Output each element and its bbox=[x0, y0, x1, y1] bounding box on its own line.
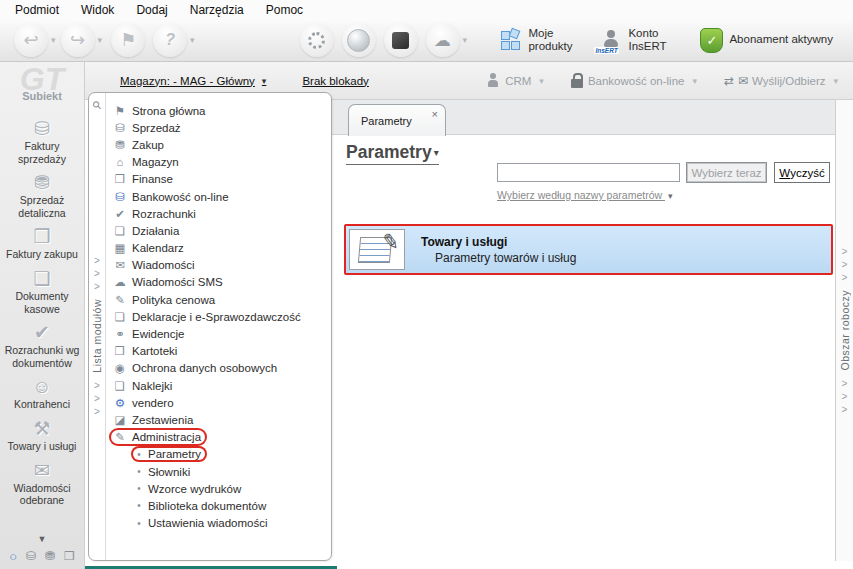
parameter-group-subtitle: Parametry towarów i usług bbox=[435, 251, 576, 265]
back-dropdown-caret-icon[interactable]: ▾ bbox=[51, 35, 56, 45]
help-button[interactable]: ? bbox=[153, 23, 187, 57]
module-item-icon: ✔ bbox=[113, 207, 127, 221]
parameter-group-item[interactable]: ✎ Towary i usługi Parametry towarów i us… bbox=[344, 224, 833, 275]
module-item-icon: ✎ bbox=[113, 430, 127, 444]
module-item[interactable]: ❏ Deklaracje i e-Sprawozdawczość bbox=[106, 308, 331, 325]
module-item[interactable]: ⛁ Sprzedaż bbox=[106, 119, 331, 136]
subscription-status-button[interactable]: Abonament aktywny bbox=[729, 33, 833, 46]
cloud-services-button[interactable]: ☁ bbox=[426, 23, 460, 57]
menu-item[interactable]: Widok bbox=[70, 1, 125, 19]
cloud-icon: ☁ bbox=[434, 30, 451, 51]
module-item-icon: ❒ bbox=[113, 344, 127, 358]
workspace-collapse-strip[interactable]: > > > Obszar roboczy > > > bbox=[835, 100, 853, 561]
module-item[interactable]: ▦ Kalendarz bbox=[106, 240, 331, 257]
module-item[interactable]: ⚑ Strona główna bbox=[106, 102, 331, 119]
chevron-icon: > bbox=[94, 392, 100, 405]
sidebar-shortcut-icon: ✉ bbox=[2, 460, 83, 482]
lock-status-link[interactable]: Brak blokady bbox=[302, 75, 368, 87]
module-item[interactable]: ✔ Rozrachunki bbox=[106, 205, 331, 222]
chevron-icon: > bbox=[94, 254, 100, 267]
sidebar-shortcut[interactable]: ✉ Wiadomości odebrane bbox=[0, 456, 85, 510]
main-toolbar: ↩ ▾ ↪ ▾ ⚑ ? ▾ ☁ ▾ Moje produkty InsERT K… bbox=[0, 19, 853, 62]
module-item[interactable]: • Słowniki bbox=[106, 463, 331, 480]
module-item[interactable]: ⛁ Bankowość on-line bbox=[106, 188, 331, 205]
warehouse-selector-link[interactable]: Magazyn: - MAG - Główny ▾ bbox=[120, 75, 267, 87]
module-item[interactable]: ⛃ Zakup bbox=[106, 136, 331, 153]
flag-button[interactable]: ⚑ bbox=[111, 23, 145, 57]
module-item[interactable]: ◪ Zestawienia bbox=[106, 411, 331, 428]
module-list: ⚑ Strona główna ⛁ Sprzedaż ⛃ Zakup bbox=[106, 93, 331, 560]
page-title[interactable]: Parametry▾ bbox=[346, 142, 439, 165]
sidebar-shortcut-icon: ❏ bbox=[2, 268, 83, 290]
parameter-search-input[interactable] bbox=[497, 163, 680, 182]
module-item[interactable]: ☁ Wiadomości SMS bbox=[106, 274, 331, 291]
sidebar-shortcut[interactable]: ☺ Kontrahenci bbox=[0, 372, 85, 414]
module-item[interactable]: • Ustawienia wiadomości bbox=[106, 515, 331, 532]
cloud-dropdown-caret-icon[interactable]: ▾ bbox=[463, 35, 468, 45]
module-item[interactable]: ✎ Administracja bbox=[106, 429, 331, 446]
module-item-icon: ⚭ bbox=[113, 327, 127, 341]
sidebar-footer-icons: ○ ⛁ ⛃ ❒ bbox=[9, 546, 75, 566]
module-item[interactable]: • Wzorce wydruków bbox=[106, 480, 331, 497]
menu-item[interactable]: Dodaj bbox=[125, 1, 178, 19]
my-products-button[interactable]: Moje produkty bbox=[528, 27, 582, 53]
sidebar-shortcut[interactable]: ✔ Rozrachunki wg dokumentów bbox=[0, 318, 85, 372]
module-item[interactable]: • Parametry bbox=[106, 446, 331, 463]
menu-item[interactable]: Pomoc bbox=[255, 1, 314, 19]
sidebar-shortcut[interactable]: ⛁ Faktury sprzedaży bbox=[0, 114, 85, 168]
sync-button[interactable] bbox=[300, 23, 334, 57]
module-item[interactable]: ✎ Polityka cenowa bbox=[106, 291, 331, 308]
forward-dropdown-caret-icon[interactable]: ▾ bbox=[98, 35, 103, 45]
module-item-icon: ⛁ bbox=[113, 121, 127, 135]
module-panel-collapse-strip[interactable]: ⚲ > > > Lista modułów > > > bbox=[89, 93, 106, 560]
module-item[interactable]: ✉ Wiadomości bbox=[106, 257, 331, 274]
module-item[interactable]: ⚭ Ewidencje bbox=[106, 325, 331, 342]
module-item[interactable]: ❏ Działania bbox=[106, 222, 331, 239]
flag-icon: ⚑ bbox=[120, 29, 136, 51]
module-item[interactable]: ❐ Finanse bbox=[106, 171, 331, 188]
module-item-icon: ✉ bbox=[113, 258, 127, 272]
module-item[interactable]: ❒ Kartoteki bbox=[106, 343, 331, 360]
app-name: Subiekt bbox=[20, 90, 64, 102]
menu-item[interactable]: Narzędzia bbox=[179, 1, 255, 19]
clear-button[interactable]: Wyczyść bbox=[774, 162, 830, 183]
module-item-icon: • bbox=[135, 500, 143, 511]
sidebar-view-switch-icon[interactable]: ❒ bbox=[64, 549, 75, 563]
sidebar-shortcut[interactable]: ❏ Dokumenty kasowe bbox=[0, 264, 85, 318]
module-item-icon: ⚑ bbox=[113, 104, 127, 118]
tab-close-icon[interactable]: × bbox=[432, 108, 438, 120]
workspace-strip-label: Obszar roboczy bbox=[839, 290, 851, 371]
module-item[interactable]: ⌂ Magazyn bbox=[106, 154, 331, 171]
globe-icon bbox=[347, 29, 370, 52]
module-panel-strip-label: Lista modułów bbox=[91, 299, 103, 373]
module-item[interactable]: ❑ Naklejki bbox=[106, 377, 331, 394]
sidebar-view-switch-icon[interactable]: ⛃ bbox=[45, 549, 55, 563]
sidebar-more-caret-icon[interactable]: ▼ bbox=[38, 534, 47, 544]
sidebar-shortcut[interactable]: ❒ Faktury zakupu bbox=[0, 222, 85, 264]
nav-back-button[interactable]: ↩ bbox=[14, 23, 48, 57]
sidebar-shortcut[interactable]: ⛃ Sprzedaż detaliczna bbox=[0, 168, 85, 222]
module-item[interactable]: ◉ Ochrona danych osobowych bbox=[106, 360, 331, 377]
insert-account-button[interactable]: Konto InsERT bbox=[628, 27, 682, 53]
sidebar-view-switch-icon[interactable]: ○ bbox=[9, 549, 17, 564]
sidebar-view-switch-icon[interactable]: ⛁ bbox=[26, 549, 36, 563]
help-dropdown-caret-icon[interactable]: ▾ bbox=[190, 35, 195, 45]
toolbar-right-group: Moje produkty InsERT Konto InsERT ✓ Abon… bbox=[500, 27, 845, 53]
select-now-button[interactable]: Wybierz teraz bbox=[686, 162, 767, 183]
module-item-icon: ⚙ bbox=[113, 396, 127, 410]
menu-item[interactable]: Podmiot bbox=[4, 1, 70, 19]
pen-icon: ✎ bbox=[381, 229, 402, 255]
sidebar-shortcut[interactable]: ⚒ Towary i usługi bbox=[0, 414, 85, 456]
pin-icon[interactable]: ⚲ bbox=[90, 98, 105, 113]
crm-button[interactable]: CRM ▾ bbox=[487, 73, 545, 88]
module-item[interactable]: • Biblioteka dokumentów bbox=[106, 497, 331, 514]
package-button[interactable] bbox=[384, 23, 418, 57]
send-receive-button[interactable]: ⇄ ✉ Wyślij/Odbierz ▾ bbox=[724, 74, 839, 88]
online-banking-button[interactable]: Bankowość on-line ▾ bbox=[571, 74, 698, 88]
tab-parametry[interactable]: Parametry × bbox=[348, 104, 446, 136]
sidebar-shortcut-icon: ❒ bbox=[2, 226, 83, 248]
nav-forward-button[interactable]: ↪ bbox=[61, 23, 95, 57]
select-by-name-link[interactable]: Wybierz według nazwy parametrów ▾ bbox=[497, 189, 674, 201]
module-item[interactable]: ⚙ vendero bbox=[106, 394, 331, 411]
online-services-button[interactable] bbox=[342, 23, 376, 57]
